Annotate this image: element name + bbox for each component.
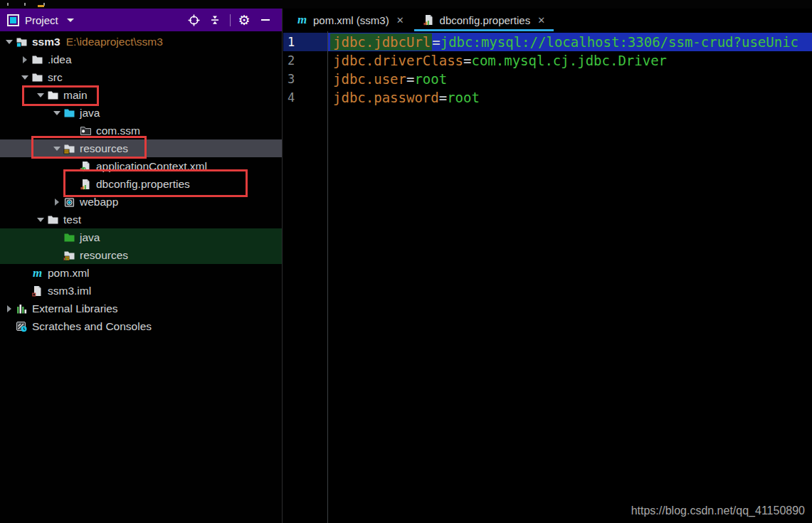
dropdown-caret-icon[interactable] [67, 19, 74, 22]
tree-item-webapp[interactable]: webapp [0, 193, 282, 211]
project-path: E:\ideaproject\ssm3 [66, 36, 163, 48]
hide-panel-icon[interactable] [258, 12, 273, 28]
chevron-expanded-icon[interactable] [2, 33, 16, 51]
line-number: 4 [283, 88, 327, 107]
maven-icon: m [296, 14, 308, 26]
tree-item-resources-test[interactable]: resources [0, 246, 282, 264]
top-strip [0, 0, 812, 9]
toolbar-separator [230, 14, 231, 26]
property-value: root [414, 71, 447, 87]
tab-pom-xml[interactable]: m pom.xml (ssm3) [288, 9, 413, 31]
tree-item-label: .idea [48, 53, 72, 66]
tree-item-label: java [80, 231, 100, 244]
tree-item-idea[interactable]: .idea [0, 51, 282, 68]
chevron-expanded-icon[interactable] [50, 139, 63, 157]
top-strip-artifact [7, 3, 9, 6]
tree-item-label: resources [80, 142, 128, 155]
tree-item-test[interactable]: test [0, 211, 282, 228]
tree-item-label: ssm3.iml [48, 285, 91, 297]
tree-item-dbconfig-properties[interactable]: dbconfig.properties [0, 175, 282, 193]
module-file-icon [31, 285, 43, 297]
project-folder-icon [16, 36, 28, 48]
tree-item-label: External Libraries [32, 302, 118, 315]
chevron-collapsed-icon[interactable] [18, 51, 31, 68]
property-value: com.mysql.cj.jdbc.Driver [471, 53, 667, 68]
locate-icon[interactable] [186, 12, 201, 28]
property-key: jdbc.password [333, 90, 439, 105]
csdn-watermark: https://blog.csdn.net/qq_41150890 [631, 504, 805, 517]
tree-item-java-test[interactable]: java [0, 228, 282, 246]
tree-item-label: ssm3 [32, 36, 60, 48]
tab-dbconfig-properties[interactable]: dbconfig.properties [414, 9, 554, 31]
sources-folder-icon [63, 107, 75, 119]
tree-item-label: pom.xml [48, 267, 90, 280]
tab-label: pom.xml (ssm3) [313, 14, 389, 26]
chevron-spacer [66, 175, 80, 193]
chevron-expanded-icon[interactable] [18, 68, 31, 86]
folder-icon [31, 72, 43, 83]
tree-item-java-main[interactable]: java [0, 104, 282, 122]
properties-file-icon [80, 179, 92, 190]
project-panel-title: Project [25, 14, 58, 26]
close-icon[interactable] [396, 16, 404, 25]
tree-item-label: java [80, 107, 100, 120]
code-line[interactable]: jdbc.jdbcUrl=jdbc:mysql://localhost:3306… [328, 33, 812, 51]
tree-item-ssm3-root[interactable]: ssm3 E:\ideaproject\ssm3 [0, 33, 282, 51]
code-line[interactable]: jdbc.driverClass=com.mysql.cj.jdbc.Drive… [328, 51, 812, 70]
project-tree: ssm3 E:\ideaproject\ssm3 .idea src main [0, 31, 282, 335]
equals-sign: = [463, 53, 471, 68]
tree-item-label: dbconfig.properties [96, 178, 190, 191]
tree-item-resources-main[interactable]: resources [0, 139, 282, 157]
tab-label: dbconfig.properties [440, 14, 531, 26]
project-tool-window-icon [7, 14, 19, 26]
tree-item-external-libraries[interactable]: External Libraries [0, 300, 282, 317]
chevron-spacer [18, 282, 31, 300]
chevron-spacer [50, 228, 63, 246]
chevron-collapsed-icon[interactable] [50, 193, 63, 211]
chevron-spacer [66, 122, 80, 139]
line-number-gutter: 1 2 3 4 [283, 33, 327, 107]
tree-item-applicationcontext-xml[interactable]: applicationContext.xml [0, 157, 282, 175]
editor-tab-bar: m pom.xml (ssm3) dbconfig.properties [283, 9, 812, 31]
chevron-expanded-icon[interactable] [33, 211, 47, 228]
close-icon[interactable] [537, 16, 545, 25]
chevron-spacer [18, 264, 31, 282]
property-value: jdbc:mysql://localhost:3306/ssm-crud?use… [441, 34, 798, 50]
scratches-icon [16, 321, 28, 332]
project-panel-header: Project ⚙ [0, 9, 282, 31]
resources-folder-icon [63, 143, 75, 154]
chevron-collapsed-icon[interactable] [2, 300, 16, 317]
spring-config-file-icon [80, 161, 92, 172]
folder-icon [47, 90, 59, 101]
tree-item-src[interactable]: src [0, 68, 282, 86]
project-tool-window: Project ⚙ ssm3 E:\ideaproject\ssm3 .idea [0, 9, 283, 523]
equals-sign: = [432, 34, 440, 50]
folder-icon [47, 214, 59, 226]
tree-item-label: webapp [80, 196, 118, 208]
package-icon [80, 125, 92, 137]
chevron-spacer [66, 157, 80, 175]
settings-icon[interactable]: ⚙ [236, 12, 252, 28]
tree-item-label: main [63, 89, 88, 102]
code-line[interactable]: jdbc.user=root [328, 70, 812, 88]
code-area[interactable]: jdbc.jdbcUrl=jdbc:mysql://localhost:3306… [328, 33, 812, 107]
ide-window: { "colors": { "panel_header_purple": "#4… [0, 0, 812, 523]
chevron-expanded-icon[interactable] [50, 104, 63, 122]
code-line[interactable]: jdbc.password=root [328, 88, 812, 107]
tree-item-ssm3-iml[interactable]: ssm3.iml [0, 282, 282, 300]
collapse-all-icon[interactable] [207, 12, 223, 28]
equals-sign: = [406, 71, 414, 87]
chevron-expanded-icon[interactable] [33, 86, 47, 104]
code-editor[interactable]: 1 2 3 4 jdbc.jdbcUrl=jdbc:mysql://localh… [283, 31, 812, 523]
tree-item-com-ssm[interactable]: com.ssm [0, 122, 282, 139]
tree-item-label: test [63, 213, 81, 226]
tree-item-main[interactable]: main [0, 86, 282, 104]
tree-item-scratches-and-consoles[interactable]: Scratches and Consoles [0, 317, 282, 335]
property-key: jdbc.driverClass [333, 53, 463, 68]
property-key: jdbc.user [333, 71, 406, 87]
tree-item-pom-xml[interactable]: m pom.xml [0, 264, 282, 282]
chevron-spacer [50, 246, 63, 264]
line-number: 2 [283, 51, 327, 70]
chevron-spacer [2, 317, 16, 335]
property-key: jdbc.jdbcUrl [330, 33, 432, 51]
